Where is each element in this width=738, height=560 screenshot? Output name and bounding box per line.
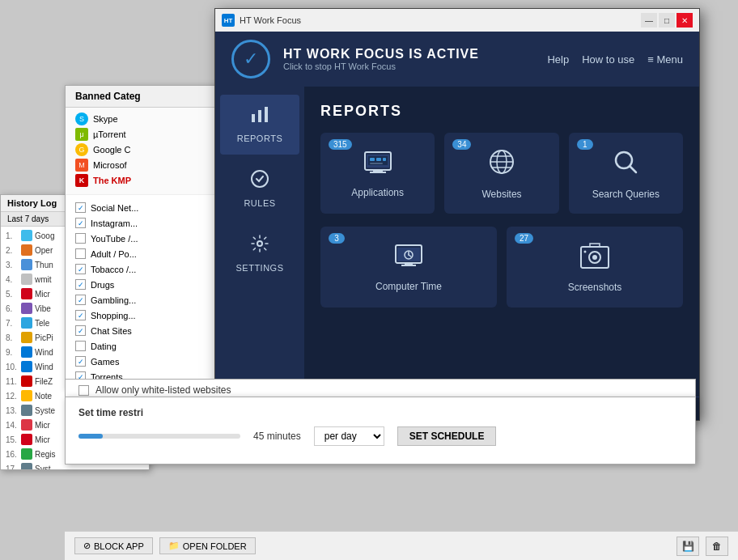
close-button[interactable]: ✕ <box>676 13 693 28</box>
websites-label: Websites <box>481 189 521 200</box>
time-slider[interactable] <box>78 434 240 439</box>
header-text: HT WORK FOCUS IS ACTIVE Click to stop HT… <box>283 47 534 71</box>
svg-rect-10 <box>370 158 375 161</box>
app-utorrent-label: µTorrent <box>93 129 126 139</box>
websites-badge: 34 <box>452 139 471 150</box>
whitelist-label: Allow only white-listed websites <box>95 384 231 396</box>
settings-icon <box>250 234 269 258</box>
help-link[interactable]: Help <box>547 53 569 66</box>
rules-label: RULES <box>244 198 275 208</box>
app-header: ✓ HT WORK FOCUS IS ACTIVE Click to stop … <box>215 32 699 87</box>
title-bar: HT HT Work Focus — □ ✕ <box>215 9 699 32</box>
main-content: REPORTS 315 <box>304 87 699 397</box>
svg-rect-23 <box>405 263 413 265</box>
websites-card[interactable]: 34 Websites <box>444 133 558 214</box>
search-queries-label: Search Queries <box>592 189 660 200</box>
menu-label: ≡ Menu <box>647 53 683 66</box>
open-folder-button[interactable]: 📁 OPEN FOLDER <box>159 537 256 554</box>
svg-rect-12 <box>383 158 386 161</box>
screenshots-icon <box>579 242 610 275</box>
app-logo: ✓ <box>231 40 270 78</box>
svg-line-20 <box>630 166 636 172</box>
app-microsoft-label: Microsof <box>93 160 127 170</box>
maximize-button[interactable]: □ <box>659 13 675 28</box>
svg-rect-8 <box>373 170 383 172</box>
computer-time-card[interactable]: 3 Computer Time <box>320 227 497 308</box>
applications-badge: 315 <box>329 139 352 150</box>
reports-label: REPORTS <box>237 134 282 143</box>
delete-button[interactable]: 🗑 <box>706 537 728 556</box>
reports-icon <box>250 106 269 129</box>
report-grid-top: 315 App <box>320 133 683 214</box>
app-icon: HT <box>222 14 235 27</box>
how-to-use-link[interactable]: How to use <box>582 53 634 66</box>
sidebar: REPORTS RULES SETTINGS <box>215 87 304 397</box>
applications-label: Applications <box>351 187 404 198</box>
time-settings-panel: Set time restri 45 minutes per day per w… <box>65 397 696 465</box>
svg-point-30 <box>592 255 597 260</box>
set-time-label: Set time restri <box>78 407 682 418</box>
svg-point-3 <box>252 171 268 187</box>
block-app-button[interactable]: ⊘ BLOCK APP <box>74 537 153 554</box>
bottom-toolbar: ⊘ BLOCK APP 📁 OPEN FOLDER 💾 🗑 <box>65 531 738 560</box>
computer-time-badge: 3 <box>329 233 345 244</box>
svg-rect-24 <box>401 265 416 266</box>
app-chrome-label: Google C <box>93 145 130 155</box>
settings-label: SETTINGS <box>235 263 283 273</box>
report-grid-bottom: 3 Computer Time <box>320 227 683 308</box>
folder-icon: 📁 <box>168 541 180 551</box>
svg-rect-2 <box>265 107 268 122</box>
history-log-title: History Log <box>7 198 57 208</box>
computer-time-icon <box>394 243 423 274</box>
svg-rect-11 <box>376 158 381 161</box>
screenshots-card[interactable]: 27 Screenshots <box>507 227 683 308</box>
block-app-label: BLOCK APP <box>94 541 144 551</box>
minimize-button[interactable]: — <box>641 13 657 28</box>
screenshots-label: Screenshots <box>568 282 622 293</box>
websites-icon <box>487 147 516 182</box>
sidebar-item-rules[interactable]: RULES <box>220 158 299 219</box>
save-button[interactable]: 💾 <box>676 537 699 556</box>
screenshots-badge: 27 <box>515 233 533 244</box>
svg-point-31 <box>584 250 587 252</box>
sidebar-item-reports[interactable]: REPORTS <box>220 95 299 155</box>
search-queries-icon <box>611 147 640 182</box>
svg-rect-9 <box>370 172 386 173</box>
banned-categories-title: Banned Categ <box>75 91 141 102</box>
header-subtitle[interactable]: Click to stop HT Work Focus <box>283 62 534 71</box>
title-bar-title: HT Work Focus <box>240 15 636 25</box>
svg-rect-1 <box>258 110 261 122</box>
svg-rect-13 <box>370 163 383 164</box>
active-check-icon: ✓ <box>244 49 258 70</box>
rules-icon <box>250 169 269 193</box>
app-body: REPORTS RULES SETTINGS <box>215 87 699 397</box>
header-nav: Help How to use ≡ Menu <box>547 53 683 66</box>
whitelist-checkbox[interactable] <box>78 385 89 396</box>
sidebar-item-settings[interactable]: SETTINGS <box>220 223 299 284</box>
block-icon: ⊘ <box>83 541 91 551</box>
tobacco-label: Tobacco /... <box>91 265 136 274</box>
menu-button[interactable]: ≡ Menu <box>647 53 683 66</box>
reports-title: REPORTS <box>320 103 683 120</box>
main-window: HT HT Work Focus — □ ✕ ✓ HT WORK FOCUS I… <box>214 8 700 421</box>
title-bar-controls: — □ ✕ <box>641 13 693 28</box>
open-folder-label: OPEN FOLDER <box>183 541 247 551</box>
applications-card[interactable]: 315 App <box>320 133 435 214</box>
time-display: 45 minutes <box>253 431 301 442</box>
applications-icon <box>363 149 392 180</box>
svg-rect-0 <box>252 114 255 122</box>
app-kmp-label: The KMP <box>93 176 131 185</box>
search-queries-card[interactable]: 1 Search Queries <box>569 133 683 214</box>
computer-time-label: Computer Time <box>375 281 442 292</box>
set-schedule-button[interactable]: SET SCHEDULE <box>397 426 497 446</box>
search-queries-badge: 1 <box>577 139 593 150</box>
per-day-select[interactable]: per day per week per hour <box>314 426 384 446</box>
svg-point-4 <box>257 241 262 246</box>
history-filter-label: Last 7 days <box>7 214 49 223</box>
header-status: HT WORK FOCUS IS ACTIVE <box>283 47 534 62</box>
app-skype-label: Skype <box>93 114 118 124</box>
slider-fill <box>78 434 103 439</box>
time-slider-row: 45 minutes per day per week per hour SET… <box>78 426 682 446</box>
